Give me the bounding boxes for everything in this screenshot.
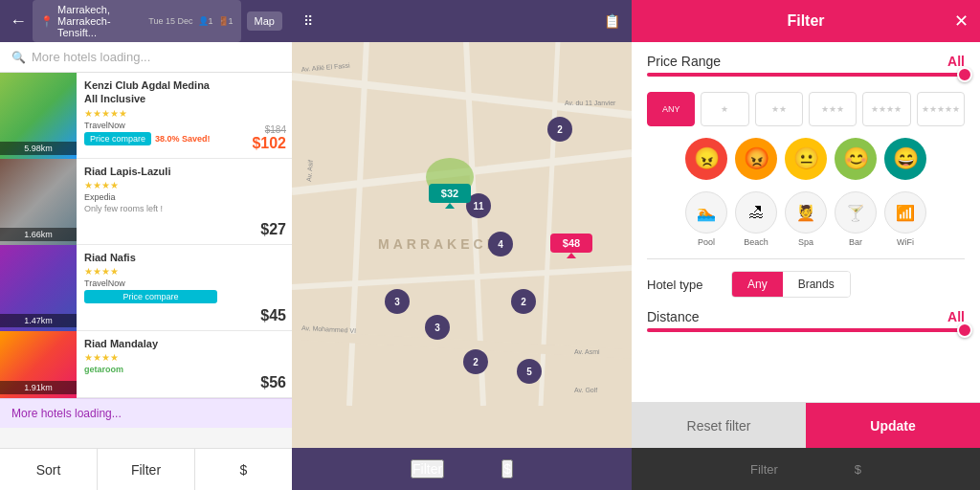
svg-text:3: 3 xyxy=(394,297,400,307)
mood-great[interactable]: 😄 xyxy=(884,138,926,180)
hotel-card[interactable]: 1.66km Riad Lapis-Lazuli ★★★★ Expedia On… xyxy=(0,159,292,245)
svg-marker-33 xyxy=(445,203,455,209)
svg-text:2: 2 xyxy=(557,124,563,135)
star-any-button[interactable]: ANY xyxy=(647,92,695,126)
hotel-price: $56 xyxy=(225,331,292,397)
hotel-distance: 1.91km xyxy=(0,381,77,394)
slider-thumb[interactable] xyxy=(957,67,972,82)
star-3-button[interactable]: ★★★ xyxy=(809,92,857,126)
price-range-row: Price Range All xyxy=(647,54,965,69)
svg-text:Av. Alilé El Fassi: Av. Alilé El Fassi xyxy=(301,62,350,73)
svg-text:Av. Golf: Av. Golf xyxy=(574,387,597,393)
reset-filter-button[interactable]: Reset filter xyxy=(632,403,806,448)
current-price: $102 xyxy=(252,135,286,152)
distance-section: Distance All xyxy=(647,309,965,336)
amenity-bar[interactable]: 🍸 Bar xyxy=(835,191,877,247)
amenity-pool[interactable]: 🏊 Pool xyxy=(685,191,727,247)
svg-text:MARRAKECH: MARRAKECH xyxy=(378,236,501,252)
header-date: Tue 15 Dec 👤1 🚪1 xyxy=(148,16,233,26)
hotel-stars: ★★★★★ xyxy=(84,108,217,119)
distance-slider-thumb[interactable] xyxy=(957,323,972,338)
svg-text:11: 11 xyxy=(473,201,484,212)
hotel-name: Kenzi Club Agdal Medina All Inclusive xyxy=(84,78,217,106)
spa-icon: 💆 xyxy=(785,191,827,234)
savings-badge: 38.0% Saved! xyxy=(155,134,211,144)
search-bar: 🔍 More hotels loading... xyxy=(0,42,292,73)
distance-slider[interactable] xyxy=(647,328,965,332)
price-compare-button[interactable]: Price compare xyxy=(84,132,151,145)
hotel-type-toggle: Any Brands xyxy=(731,271,851,298)
svg-line-0 xyxy=(292,77,632,115)
pool-icon: 🏊 xyxy=(685,191,727,234)
star-1-button[interactable]: ★ xyxy=(701,92,748,126)
hotel-name: Riad Nafis xyxy=(84,251,217,264)
hotel-provider: TravelNow xyxy=(84,278,217,288)
hotel-type-brands-button[interactable]: Brands xyxy=(783,272,850,297)
distance-label: Distance xyxy=(647,309,699,324)
distance-row: Distance All xyxy=(647,309,965,324)
filter-button[interactable]: Filter xyxy=(98,449,195,490)
distance-slider-fill xyxy=(647,328,965,332)
filter-title: Filter xyxy=(787,12,824,30)
current-price: $56 xyxy=(260,374,286,391)
hotel-list-panel: ← 📍 Marrakech, Marrakech-Tensift... Tue … xyxy=(0,0,292,490)
amenity-spa[interactable]: 💆 Spa xyxy=(785,191,827,247)
pool-label: Pool xyxy=(698,237,715,247)
price-button[interactable]: $ xyxy=(195,449,292,490)
hotel-price: $45 xyxy=(225,245,292,330)
filter-bottom-bar: Filter $ xyxy=(632,448,980,490)
mood-very-bad[interactable]: 😠 xyxy=(685,138,727,180)
divider xyxy=(647,258,965,259)
map-filter-button[interactable]: Filter xyxy=(411,459,444,479)
hotel-price: $27 xyxy=(225,159,292,244)
grid-icon[interactable]: ⠿ xyxy=(303,13,313,29)
map-panel: ⠿ 📋 MARRAKECH Av. Alilé El Fassi Av. du … xyxy=(292,0,632,490)
hotel-info: Riad Lapis-Lazuli ★★★★ Expedia Only few … xyxy=(77,159,225,244)
back-button[interactable]: ← xyxy=(10,11,27,32)
hotel-info: Riad Nafis ★★★★ TravelNow Price compare xyxy=(77,245,225,330)
bottom-filter-button[interactable]: Filter xyxy=(750,462,778,477)
mood-good[interactable]: 😊 xyxy=(835,138,877,180)
map-svg: MARRAKECH Av. Alilé El Fassi Av. du 11 J… xyxy=(292,0,632,406)
hotel-name: Riad Lapis-Lazuli xyxy=(84,165,217,178)
star-4-button[interactable]: ★★★★ xyxy=(862,92,910,126)
price-range-section: Price Range All xyxy=(647,54,965,80)
svg-text:5: 5 xyxy=(526,367,532,377)
price-range-label: Price Range xyxy=(647,54,721,69)
sort-button[interactable]: Sort xyxy=(0,449,98,490)
price-compare-button[interactable]: Price compare xyxy=(84,290,217,303)
hotel-card[interactable]: 5.98km Kenzi Club Agdal Medina All Inclu… xyxy=(0,73,292,159)
mood-bad[interactable]: 😡 xyxy=(735,138,777,180)
map-background[interactable]: MARRAKECH Av. Alilé El Fassi Av. du 11 J… xyxy=(292,0,632,448)
map-toggle-button[interactable]: Map xyxy=(247,11,282,31)
location-box[interactable]: 📍 Marrakech, Marrakech-Tensift... Tue 15… xyxy=(33,0,241,42)
bar-label: Bar xyxy=(849,237,862,247)
star-2-button[interactable]: ★★ xyxy=(755,92,803,126)
map-price-button[interactable]: $ xyxy=(501,459,513,479)
svg-text:4: 4 xyxy=(498,239,503,250)
hotel-image: 1.91km xyxy=(0,331,77,398)
amenity-wifi[interactable]: 📶 WiFi xyxy=(884,191,926,247)
hotel-card[interactable]: 1.47km Riad Nafis ★★★★ TravelNow Price c… xyxy=(0,245,292,331)
filter-close-button[interactable]: ✕ xyxy=(954,11,969,32)
document-icon[interactable]: 📋 xyxy=(604,13,620,29)
price-range-slider[interactable] xyxy=(647,73,965,77)
filter-panel: Filter ✕ Price Range All ANY ★ ★★ ★★★ ★★… xyxy=(632,0,980,490)
hotel-image: 1.66km xyxy=(0,159,77,245)
bottom-price-button[interactable]: $ xyxy=(855,462,861,477)
hotel-provider: Expedia xyxy=(84,192,217,202)
hotel-card[interactable]: 1.91km Riad Mandalay ★★★★ getaroom $56 xyxy=(0,331,292,398)
amenity-beach[interactable]: 🏖 Beach xyxy=(735,191,777,247)
hotel-type-label: Hotel type xyxy=(647,278,724,292)
hotel-type-any-button[interactable]: Any xyxy=(732,272,783,297)
star-5-button[interactable]: ★★★★★ xyxy=(917,92,965,126)
svg-text:3: 3 xyxy=(434,323,440,333)
wifi-label: WiFi xyxy=(897,237,914,247)
svg-line-2 xyxy=(349,0,368,406)
beach-icon: 🏖 xyxy=(735,191,777,234)
hotel-image: 5.98km xyxy=(0,73,77,159)
update-filter-button[interactable]: Update xyxy=(806,403,980,448)
slider-fill xyxy=(647,73,965,77)
map-header: ⠿ 📋 xyxy=(292,0,632,42)
mood-neutral[interactable]: 😐 xyxy=(785,138,827,180)
